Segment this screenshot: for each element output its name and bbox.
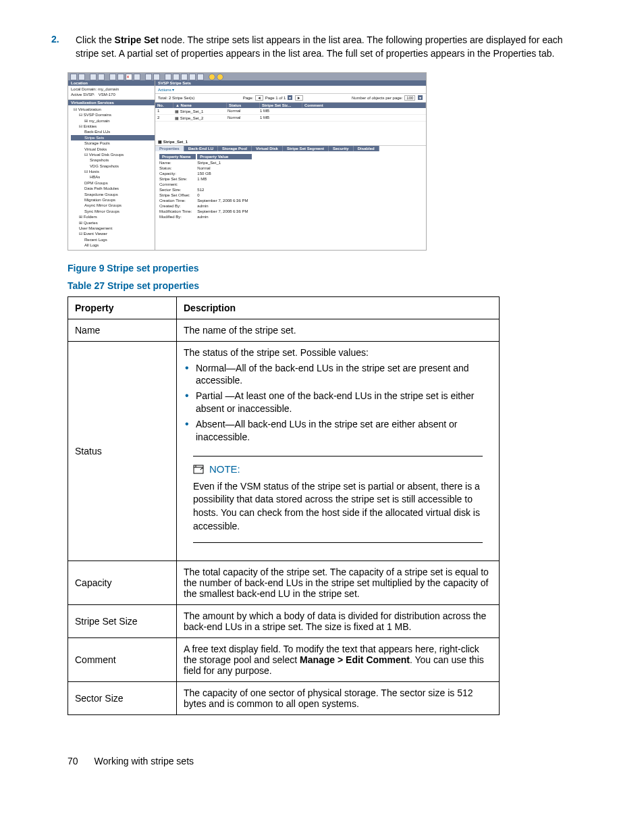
tree-node[interactable]: Sync Mirror Groups: [71, 209, 155, 214]
tree-node[interactable]: HBAs: [71, 174, 155, 180]
table-row: Status The status of the stripe set. Pos…: [68, 341, 500, 561]
note-label: NOTE:: [209, 463, 240, 475]
tree-node[interactable]: Back-End LUs: [71, 129, 155, 134]
tool-icon[interactable]: [153, 74, 160, 80]
tree-node[interactable]: Storage Pools: [71, 140, 155, 146]
tree-node[interactable]: Recent Logs: [71, 237, 155, 242]
figure-screenshot: ✕ Location Local Domain: my_domain Activ…: [68, 72, 427, 250]
nav-fwd-icon[interactable]: [78, 74, 85, 80]
step-2: 2. Click the Stripe Set node. The stripe…: [41, 34, 603, 60]
tab-virtual-disk[interactable]: Virtual Disk: [252, 146, 283, 151]
step-text: Click the Stripe Set node. The stripe se…: [76, 34, 576, 60]
tree-node[interactable]: DPM Groups: [71, 180, 155, 186]
table-row: Stripe Set Size The amount by which a bo…: [68, 605, 500, 638]
tree-node[interactable]: ⊟ Hosts: [71, 169, 155, 174]
table-row: Sector Size The capacity of one sector o…: [68, 682, 500, 715]
detail-title: ▦ Stripe_Set_1: [155, 138, 426, 146]
objects-per-page[interactable]: Number of objects per page: 100 ▾: [352, 95, 423, 101]
list-header: Total: 2 Stripe Set(s) Page: ◄ Page 1 of…: [155, 94, 426, 103]
note-icon: [193, 465, 204, 476]
tool-icon[interactable]: [197, 74, 204, 80]
tab-stripe-set-segment[interactable]: Stripe Set Segment: [283, 146, 329, 151]
tool-icon[interactable]: [109, 74, 116, 80]
tree-node[interactable]: Snapshots: [71, 157, 155, 163]
tool-icon[interactable]: [165, 74, 171, 80]
page-footer: 70 Working with stripe sets: [68, 756, 603, 766]
right-panel: SVSP Stripe Sets Actions ▾ Total: 2 Stri…: [155, 80, 426, 249]
table-row: Name The name of the stripe set.: [68, 319, 500, 341]
tool-icon[interactable]: [98, 74, 105, 80]
tool-icon[interactable]: [173, 74, 180, 80]
location-header: Location: [68, 80, 155, 86]
properties-table: Property Description Name The name of th…: [68, 296, 500, 716]
tree-node[interactable]: Migration Groups: [71, 197, 155, 203]
tree-node[interactable]: ⊞ my_domain: [71, 118, 155, 124]
pager[interactable]: Page: ◄ Page 1 of 1 ▾ ►: [243, 95, 304, 101]
tree-node[interactable]: ⊟ Event Viewer: [71, 231, 155, 236]
note-text: Even if the VSM status of the stripe set…: [193, 480, 483, 533]
step-number: 2.: [51, 34, 76, 60]
section-title: Working with stripe sets: [94, 756, 194, 766]
tree-node[interactable]: ⊟ SVSP Domains: [71, 112, 155, 118]
column-description: Description: [177, 296, 500, 319]
tool-icon[interactable]: [134, 74, 140, 80]
tool-icon[interactable]: [90, 74, 97, 80]
tool-icon[interactable]: [117, 74, 124, 80]
table-row[interactable]: 2▦ Stripe_Set_2Normal1 MB: [155, 115, 426, 122]
delete-icon[interactable]: ✕: [126, 74, 132, 80]
toolbar: ✕: [68, 73, 426, 80]
total-count: Total: 2 Stripe Set(s): [158, 96, 194, 100]
svg-rect-0: [194, 465, 203, 473]
services-header: Virtualization Services: [68, 100, 155, 105]
tree-node[interactable]: ⊞ Folders: [71, 214, 155, 219]
tree-node[interactable]: All Logs: [71, 242, 155, 248]
tree-node[interactable]: Snapclone Groups: [71, 192, 155, 197]
tab-disabled[interactable]: Disabled: [354, 146, 379, 151]
table-row: Capacity The total capacity of the strip…: [68, 561, 500, 605]
column-property: Property: [68, 296, 177, 319]
detail-tabs[interactable]: PropertiesBack-End LUStorage PoolVirtual…: [155, 146, 426, 151]
location-box: Local Domain: my_domain Active SVSP: VSM…: [68, 86, 155, 100]
tree-node[interactable]: Stripe Sets: [71, 135, 155, 140]
tree-node[interactable]: ⊟ Virtualization: [71, 107, 155, 112]
properties-panel: Property NameProperty Value Name:Stripe_…: [155, 151, 426, 221]
tool-icon[interactable]: [181, 74, 188, 80]
tree-node[interactable]: Virtual Disks: [71, 147, 155, 152]
tree-node[interactable]: Async Mirror Groups: [71, 203, 155, 208]
content-title: SVSP Stripe Sets: [155, 80, 426, 86]
tree-node[interactable]: Data Path Modules: [71, 186, 155, 191]
status-bullets: Normal—All of the back-end LUs in the st…: [184, 362, 492, 444]
help-icon[interactable]: [217, 74, 223, 80]
tab-back-end-lu[interactable]: Back-End LU: [184, 146, 218, 151]
figure-caption: Figure 9 Stripe set properties: [68, 263, 603, 273]
table-caption: Table 27 Stripe set properties: [68, 280, 603, 291]
tree-node[interactable]: ⊟ Virtual Disk Groups: [71, 152, 155, 157]
left-panel: Location Local Domain: my_domain Active …: [68, 80, 155, 249]
tree-node[interactable]: ⊞ Queries: [71, 220, 155, 226]
help-icon[interactable]: [209, 74, 215, 80]
tool-icon[interactable]: [145, 74, 152, 80]
tab-security[interactable]: Security: [329, 146, 354, 151]
actions-menu[interactable]: Actions ▾: [155, 86, 426, 94]
tree-node[interactable]: VDG Snapshots: [71, 163, 155, 169]
tree-node[interactable]: ⊟ Entities: [71, 124, 155, 129]
nav-tree[interactable]: ⊟ Virtualization⊟ SVSP Domains⊞ my_domai…: [68, 105, 155, 250]
note-block: NOTE: Even if the VSM status of the stri…: [184, 456, 492, 543]
table-row[interactable]: 1▦ Stripe_Set_1Normal1 MB: [155, 108, 426, 115]
nav-back-icon[interactable]: [70, 74, 77, 80]
grid-header[interactable]: No. ▲ Name Status Stripe Set Siz... Comm…: [155, 103, 426, 108]
grid-body[interactable]: 1▦ Stripe_Set_1Normal1 MB2▦ Stripe_Set_2…: [155, 108, 426, 122]
tool-icon[interactable]: [189, 74, 196, 80]
tab-properties[interactable]: Properties: [155, 146, 184, 151]
page-number: 70: [68, 756, 78, 766]
tree-node[interactable]: User Management: [71, 226, 155, 231]
tab-storage-pool[interactable]: Storage Pool: [218, 146, 252, 151]
table-row: Comment A free text display field. To mo…: [68, 638, 500, 682]
